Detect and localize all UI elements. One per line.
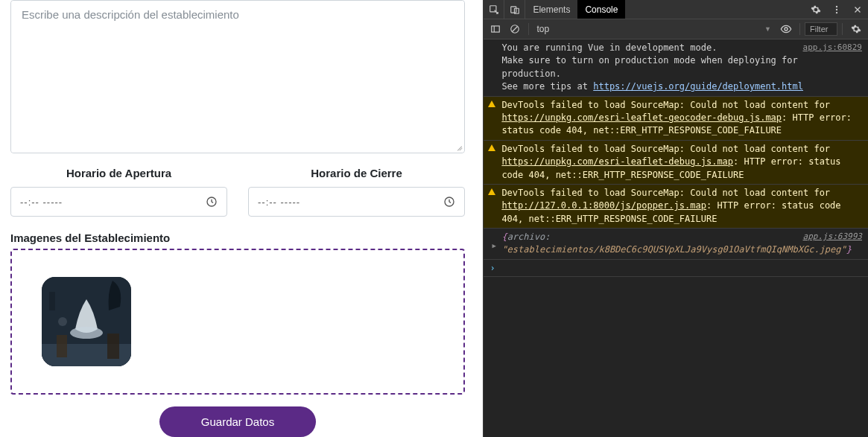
images-label: Imagenes del Establecimiento — [10, 232, 465, 244]
svg-rect-8 — [49, 292, 55, 310]
svg-point-7 — [58, 317, 67, 326]
more-icon[interactable] — [826, 0, 847, 19]
submit-row: Guardar Datos — [10, 406, 465, 437]
close-time-value: --:-- ----- — [258, 197, 300, 208]
close-icon[interactable] — [847, 0, 868, 19]
tab-console[interactable]: Console — [577, 0, 625, 19]
console-prompt[interactable]: › — [484, 260, 868, 277]
open-time-value: --:-- ----- — [20, 197, 63, 208]
open-hour-col: Horario de Apertura --:-- ----- — [10, 167, 227, 217]
tab-elements[interactable]: Elements — [525, 0, 577, 19]
settings-icon[interactable] — [805, 0, 826, 19]
clear-console-icon[interactable] — [506, 24, 524, 34]
svg-rect-10 — [511, 6, 516, 12]
sidebar-toggle-icon[interactable] — [487, 24, 504, 34]
context-select[interactable]: top ▼ — [533, 24, 776, 34]
sourcemap-link[interactable]: http://127.0.0.1:8000/js/popper.js.map — [501, 200, 706, 211]
svg-point-14 — [836, 11, 837, 13]
uploaded-image-thumb[interactable] — [42, 277, 131, 366]
inspect-icon[interactable] — [484, 0, 504, 19]
svg-point-13 — [836, 8, 837, 10]
console-warning: DevTools failed to load SourceMap: Could… — [484, 185, 868, 229]
console-toolbar: top ▼ Filter — [484, 19, 868, 39]
source-link[interactable]: app.js:60829 — [803, 42, 862, 54]
svg-point-12 — [836, 5, 837, 7]
filter-input[interactable]: Filter — [805, 22, 837, 36]
prompt-caret-icon: › — [490, 263, 495, 273]
open-time-input[interactable]: --:-- ----- — [10, 187, 227, 217]
expand-arrow-icon[interactable]: ▶ — [492, 241, 495, 251]
form-container: Horario de Apertura --:-- ----- Horario … — [10, 0, 465, 437]
hours-row: Horario de Apertura --:-- ----- Horario … — [10, 167, 465, 217]
chevron-down-icon: ▼ — [764, 25, 771, 33]
console-message: app.js:60829 You are running Vue in deve… — [484, 39, 868, 97]
clock-icon — [443, 196, 455, 208]
close-time-input[interactable]: --:-- ----- — [248, 187, 465, 217]
open-hour-label: Horario de Apertura — [10, 167, 227, 179]
context-value: top — [536, 24, 549, 34]
console-warning: DevTools failed to load SourceMap: Could… — [484, 141, 868, 185]
console-object[interactable]: app.js:63993 ▶ {archivo: "establecimient… — [484, 229, 868, 260]
app-viewport[interactable]: Horario de Apertura --:-- ----- Horario … — [0, 0, 483, 437]
image-dropzone[interactable] — [10, 249, 465, 395]
svg-rect-15 — [492, 26, 500, 32]
svg-rect-6 — [107, 334, 119, 359]
console-warning: DevTools failed to load SourceMap: Could… — [484, 97, 868, 141]
close-hour-label: Horario de Cierre — [248, 167, 465, 179]
clock-icon — [206, 196, 218, 208]
settings-icon[interactable] — [847, 24, 865, 34]
devtools-tabbar: Elements Console — [484, 0, 868, 19]
eye-icon[interactable] — [777, 23, 795, 35]
save-button[interactable]: Guardar Datos — [159, 406, 316, 437]
source-link[interactable]: app.js:63993 — [803, 231, 862, 243]
description-field-wrap — [10, 0, 465, 153]
svg-rect-5 — [57, 335, 67, 357]
svg-point-17 — [785, 28, 788, 31]
devtools-panel: Elements Console top ▼ Filter — [483, 0, 868, 437]
vue-docs-link[interactable]: https://vuejs.org/guide/deployment.html — [593, 81, 803, 92]
sourcemap-link[interactable]: https://unpkg.com/esri-leaflet-debug.js.… — [501, 156, 733, 167]
sourcemap-link[interactable]: https://unpkg.com/esri-leaflet-geocoder-… — [501, 112, 782, 123]
svg-point-4 — [70, 327, 103, 339]
description-textarea[interactable] — [11, 1, 464, 153]
device-toggle-icon[interactable] — [504, 0, 525, 19]
close-hour-col: Horario de Cierre --:-- ----- — [248, 167, 465, 217]
console-output[interactable]: app.js:60829 You are running Vue in deve… — [484, 39, 868, 437]
